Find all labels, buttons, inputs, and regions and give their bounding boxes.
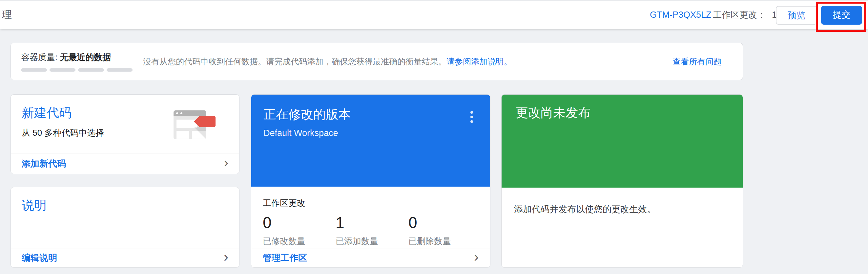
description-title: 说明 <box>22 197 228 214</box>
stat-added-value: 1 <box>336 214 408 231</box>
workspace-changes-section-label: 工作区更改 <box>263 197 490 209</box>
manage-workspace-row[interactable]: 管理工作区 <box>251 248 490 268</box>
quality-segment <box>21 68 47 72</box>
manage-workspace-link[interactable]: 管理工作区 <box>263 252 307 264</box>
quality-segment <box>50 68 75 72</box>
more-options-icon[interactable] <box>466 111 477 126</box>
stat-added: 1 已添加数量 <box>336 214 408 247</box>
chevron-right-icon <box>224 250 228 264</box>
edit-description-link[interactable]: 编辑说明 <box>22 252 57 264</box>
add-new-tag-row[interactable]: 添加新代码 <box>11 153 239 174</box>
stat-modified: 0 已修改数量 <box>263 214 336 247</box>
stat-modified-label: 已修改数量 <box>263 236 336 247</box>
container-quality-banner: 容器质量: 无最近的数据 没有从您的代码中收到任何数据。请完成代码添加，确保您获… <box>10 43 743 80</box>
workspace-changes-counter: 工作区更改：1 <box>713 1 777 29</box>
stat-modified-value: 0 <box>263 214 336 231</box>
unpublished-changes-card: 更改尚未发布 添加代码并发布以使您的更改生效。 <box>501 94 743 268</box>
quality-segment <box>106 68 132 72</box>
container-id-link[interactable]: GTM-P3QX5LZ <box>650 1 712 29</box>
add-new-tag-link[interactable]: 添加新代码 <box>22 158 66 169</box>
workspace-version-card: 正在修改的版本 Default Workspace 工作区更改 0 已修改数量 … <box>251 94 490 268</box>
unpublished-card-header: 更改尚未发布 <box>502 94 743 188</box>
workspace-card-header: 正在修改的版本 Default Workspace <box>251 94 490 187</box>
stat-added-label: 已添加数量 <box>336 236 408 247</box>
workspace-stats: 工作区更改 0 已修改数量 1 已添加数量 0 已删除数量 <box>251 187 490 247</box>
submit-button[interactable]: 提交 <box>821 6 862 25</box>
description-card: 说明 编辑说明 <box>10 187 240 268</box>
preview-button[interactable]: 预览 <box>776 6 817 25</box>
quality-label: 容器质量: <box>21 52 57 62</box>
setup-instructions-link[interactable]: 请参阅添加说明。 <box>446 57 512 66</box>
workspace-changes-label: 工作区更改： <box>713 10 766 20</box>
unpublished-title: 更改尚未发布 <box>516 105 743 121</box>
quality-status: 容器质量: 无最近的数据 <box>21 52 143 63</box>
quality-block: 容器质量: 无最近的数据 <box>21 52 143 72</box>
quality-value: 无最近的数据 <box>60 52 111 62</box>
new-tag-card: 新建代码 从 50 多种代码中选择 添加新代码 <box>10 94 240 174</box>
chevron-right-icon <box>474 250 478 264</box>
tab-admin-partial[interactable]: 理 <box>2 1 12 29</box>
stat-deleted-label: 已删除数量 <box>408 236 481 247</box>
stat-deleted: 0 已删除数量 <box>408 214 481 247</box>
workspace-name: Default Workspace <box>264 128 478 138</box>
quality-progress-segments <box>21 68 143 72</box>
stat-deleted-value: 0 <box>408 214 481 231</box>
banner-message: 没有从您的代码中收到任何数据。请完成代码添加，确保您获得最准确的衡量结果。请参阅… <box>143 56 673 67</box>
view-all-issues-link[interactable]: 查看所有问题 <box>673 56 722 67</box>
top-bar: 理 GTM-P3QX5LZ 工作区更改：1 预览 提交 <box>0 0 868 29</box>
edit-description-row[interactable]: 编辑说明 <box>11 248 239 268</box>
workspace-version-title: 正在修改的版本 <box>264 106 478 123</box>
quality-segment <box>78 68 104 72</box>
browser-tag-icon <box>174 110 224 142</box>
browser-titlebar-art <box>174 110 206 116</box>
chevron-right-icon <box>224 156 228 169</box>
banner-message-text: 没有从您的代码中收到任何数据。请完成代码添加，确保您获得最准确的衡量结果。 <box>143 57 446 66</box>
unpublished-body-text: 添加代码并发布以使您的更改生效。 <box>502 188 743 215</box>
